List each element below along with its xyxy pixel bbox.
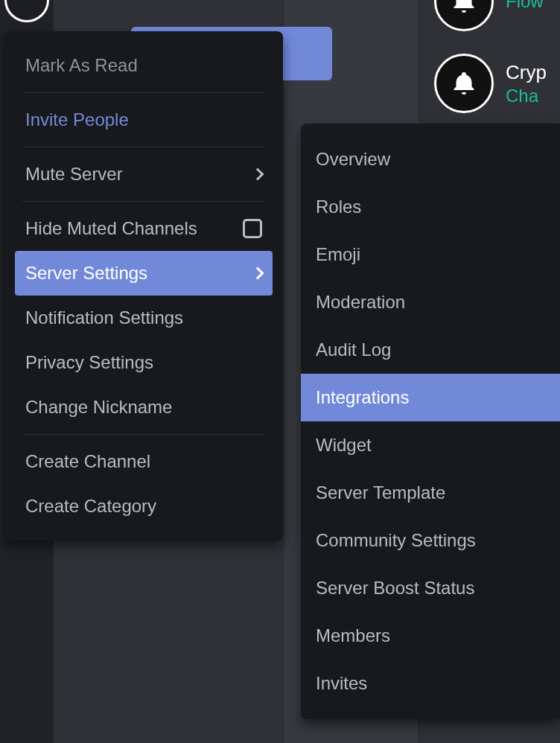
menu-item-label: Mark As Read bbox=[25, 55, 138, 76]
bell-icon bbox=[451, 70, 477, 97]
right-panel-link[interactable]: Cha bbox=[506, 86, 547, 106]
menu-mark-as-read[interactable]: Mark As Read bbox=[15, 43, 273, 88]
right-panel-title: Cryp bbox=[506, 61, 547, 84]
menu-divider bbox=[22, 434, 265, 435]
submenu-item-label: Server Template bbox=[316, 482, 445, 503]
menu-server-settings[interactable]: Server Settings bbox=[15, 251, 273, 296]
menu-hide-muted-channels[interactable]: Hide Muted Channels bbox=[15, 206, 273, 251]
menu-divider bbox=[22, 147, 265, 147]
menu-create-channel[interactable]: Create Channel bbox=[15, 439, 273, 484]
checkbox-icon[interactable] bbox=[243, 219, 262, 238]
submenu-item-integrations[interactable]: Integrations bbox=[301, 374, 560, 421]
menu-create-category[interactable]: Create Category bbox=[15, 484, 273, 529]
menu-mute-server[interactable]: Mute Server bbox=[15, 152, 273, 197]
menu-item-label: Mute Server bbox=[25, 164, 123, 185]
menu-item-label: Change Nickname bbox=[25, 397, 172, 418]
submenu-item-invites[interactable]: Invites bbox=[301, 660, 560, 707]
submenu-item-label: Overview bbox=[316, 149, 390, 169]
submenu-item-label: Members bbox=[316, 625, 390, 645]
server-context-menu: Mark As Read Invite People Mute Server H… bbox=[4, 31, 283, 540]
menu-item-label: Create Channel bbox=[25, 451, 150, 472]
submenu-item-emoji[interactable]: Emoji bbox=[301, 231, 560, 278]
submenu-item-members[interactable]: Members bbox=[301, 612, 560, 660]
submenu-item-widget[interactable]: Widget bbox=[301, 421, 560, 469]
submenu-item-label: Integrations bbox=[316, 387, 409, 407]
right-panel-row[interactable]: Cryp Cha bbox=[419, 54, 560, 113]
submenu-item-label: Widget bbox=[316, 435, 372, 455]
submenu-item-label: Server Boost Status bbox=[316, 578, 474, 598]
submenu-item-label: Roles bbox=[316, 197, 361, 217]
menu-item-label: Server Settings bbox=[25, 263, 147, 284]
notification-avatar bbox=[434, 0, 494, 31]
menu-item-label: Invite People bbox=[25, 109, 129, 130]
menu-divider bbox=[22, 92, 265, 93]
chevron-right-icon bbox=[252, 267, 264, 280]
menu-divider bbox=[22, 201, 265, 202]
submenu-item-label: Invites bbox=[316, 673, 367, 693]
right-panel-row[interactable]: Flow bbox=[419, 0, 560, 31]
submenu-item-roles[interactable]: Roles bbox=[301, 183, 560, 231]
menu-item-label: Hide Muted Channels bbox=[25, 218, 197, 239]
submenu-item-label: Moderation bbox=[316, 292, 405, 312]
menu-notification-settings[interactable]: Notification Settings bbox=[15, 296, 273, 340]
menu-item-label: Notification Settings bbox=[25, 307, 183, 328]
submenu-item-label: Emoji bbox=[316, 244, 360, 264]
submenu-item-audit-log[interactable]: Audit Log bbox=[301, 326, 560, 374]
submenu-item-community-settings[interactable]: Community Settings bbox=[301, 517, 560, 564]
menu-privacy-settings[interactable]: Privacy Settings bbox=[15, 340, 273, 385]
notification-avatar bbox=[434, 54, 494, 113]
submenu-item-server-boost-status[interactable]: Server Boost Status bbox=[301, 564, 560, 612]
chevron-right-icon bbox=[252, 168, 264, 181]
submenu-item-label: Community Settings bbox=[316, 530, 476, 550]
menu-invite-people[interactable]: Invite People bbox=[15, 98, 273, 142]
server-settings-submenu: OverviewRolesEmojiModerationAudit LogInt… bbox=[301, 124, 560, 719]
right-panel-link[interactable]: Flow bbox=[506, 0, 544, 12]
submenu-item-overview[interactable]: Overview bbox=[301, 135, 560, 183]
menu-item-label: Create Category bbox=[25, 496, 156, 517]
menu-change-nickname[interactable]: Change Nickname bbox=[15, 385, 273, 430]
submenu-item-server-template[interactable]: Server Template bbox=[301, 469, 560, 517]
bell-icon bbox=[451, 0, 477, 15]
menu-item-label: Privacy Settings bbox=[25, 352, 153, 373]
submenu-item-moderation[interactable]: Moderation bbox=[301, 278, 560, 326]
submenu-item-label: Audit Log bbox=[316, 339, 391, 360]
